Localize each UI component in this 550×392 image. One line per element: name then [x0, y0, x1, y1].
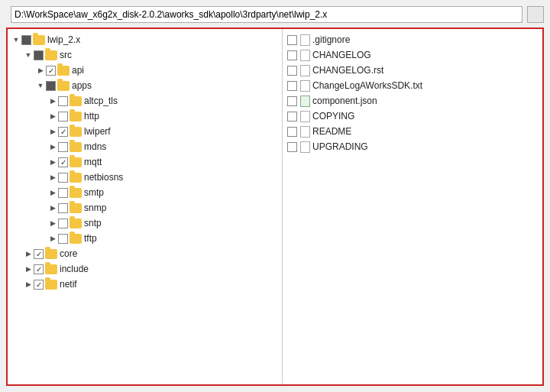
folder-icon [70, 96, 82, 106]
file-item-component_json[interactable]: component.json [284, 93, 541, 109]
tree-item-lwiperf[interactable]: lwiperf [9, 124, 280, 139]
folder-icon [57, 81, 70, 91]
checkbox-mdns[interactable] [58, 142, 68, 152]
tree-item-http[interactable]: http [9, 109, 280, 124]
checkbox-lwip_2x[interactable] [21, 35, 31, 45]
tree-item-label-mqtt: mqtt [84, 157, 102, 167]
file-label-copying: COPYING [312, 111, 354, 121]
checkbox-mqtt[interactable] [58, 157, 68, 167]
file-item-changelogaworks[interactable]: ChangeLogAWorksSDK.txt [284, 78, 541, 93]
tree-item-apps[interactable]: apps [9, 78, 280, 93]
browse-button[interactable] [527, 6, 544, 23]
tree-item-api[interactable]: api [9, 63, 280, 78]
checkbox-api[interactable] [46, 66, 56, 76]
folder-icon [70, 173, 82, 183]
file-item-gitignore[interactable]: .gitignore [284, 32, 541, 47]
folder-icon [57, 66, 70, 76]
text-file-icon [300, 50, 310, 61]
folder-icon [33, 35, 45, 45]
arrow-right-icon [47, 97, 58, 105]
json-file-icon [300, 96, 310, 107]
checkbox-http[interactable] [58, 112, 68, 121]
file-item-upgrading[interactable]: UPGRADING [284, 139, 541, 154]
file-label-component_json: component.json [312, 96, 377, 106]
file-item-changelog[interactable]: CHANGELOG [284, 47, 541, 63]
tree-item-core[interactable]: core [9, 246, 280, 261]
file-checkbox-component_json[interactable] [287, 96, 297, 106]
left-tree-pane: lwip_2.xsrcapiappsaltcp_tlshttplwiperfmd… [8, 29, 283, 384]
file-label-upgrading: UPGRADING [312, 141, 368, 152]
tree-item-tftp[interactable]: tftp [9, 231, 280, 246]
checkbox-smtp[interactable] [58, 188, 68, 198]
folder-icon [45, 50, 57, 60]
folder-icon [70, 112, 82, 121]
file-checkbox-gitignore[interactable] [287, 35, 297, 45]
tree-item-label-netif: netif [60, 279, 77, 290]
tree-item-label-tftp: tftp [84, 233, 97, 244]
arrow-right-icon [47, 189, 58, 196]
checkbox-sntp[interactable] [58, 219, 68, 228]
arrow-right-icon [47, 112, 58, 120]
tree-item-netif[interactable]: netif [9, 277, 280, 292]
arrow-right-icon [47, 204, 58, 212]
file-checkbox-upgrading[interactable] [287, 142, 297, 152]
tree-item-netbiosns[interactable]: netbiosns [9, 170, 280, 185]
checkbox-netbiosns[interactable] [58, 173, 68, 183]
text-file-icon [300, 65, 310, 76]
folder-icon [45, 249, 57, 259]
text-file-icon [300, 34, 310, 46]
folder-icon [70, 203, 82, 213]
tree-item-mqtt[interactable]: mqtt [9, 154, 280, 170]
main-panel: lwip_2.xsrcapiappsaltcp_tlshttplwiperfmd… [6, 28, 544, 386]
file-label-changelogaworks: ChangeLogAWorksSDK.txt [312, 80, 422, 91]
tree-item-label-http: http [84, 111, 99, 121]
checkbox-include[interactable] [34, 264, 44, 274]
checkbox-apps[interactable] [46, 81, 56, 91]
arrow-right-icon [35, 66, 46, 74]
tree-item-label-altcp_tls: altcp_tls [84, 96, 118, 106]
tree-item-mdns[interactable]: mdns [9, 139, 280, 154]
arrow-right-icon [47, 173, 58, 181]
checkbox-netif[interactable] [34, 280, 44, 290]
tree-item-label-core: core [60, 248, 77, 259]
arrow-right-icon [47, 219, 58, 227]
text-file-icon [300, 126, 310, 138]
tree-item-sntp[interactable]: sntp [9, 215, 280, 231]
tree-item-smtp[interactable]: smtp [9, 185, 280, 200]
checkbox-core[interactable] [34, 249, 44, 259]
text-file-icon [300, 111, 310, 122]
file-checkbox-changelogaworks[interactable] [287, 81, 297, 91]
tree-item-include[interactable]: include [9, 261, 280, 277]
file-item-changelog_rst[interactable]: CHANGELOG.rst [284, 63, 541, 78]
folder-icon [70, 142, 82, 152]
tree-item-label-mdns: mdns [84, 141, 106, 152]
text-file-icon [300, 141, 310, 153]
file-label-gitignore: .gitignore [312, 34, 350, 45]
folder-icon [70, 127, 82, 137]
tree-item-snmp[interactable]: snmp [9, 200, 280, 215]
file-checkbox-readme[interactable] [287, 127, 297, 137]
file-checkbox-changelog[interactable] [287, 50, 297, 60]
checkbox-tftp[interactable] [58, 234, 68, 244]
folder-icon [70, 219, 82, 228]
tree-item-altcp_tls[interactable]: altcp_tls [9, 93, 280, 109]
file-item-readme[interactable]: README [284, 124, 541, 139]
checkbox-snmp[interactable] [58, 203, 68, 213]
arrow-right-icon [47, 235, 58, 242]
checkbox-altcp_tls[interactable] [58, 96, 68, 106]
file-checkbox-copying[interactable] [287, 112, 297, 121]
arrow-right-icon [23, 280, 34, 288]
tree-item-label-api: api [72, 65, 84, 76]
checkbox-lwiperf[interactable] [58, 127, 68, 137]
file-item-copying[interactable]: COPYING [284, 109, 541, 124]
arrow-right-icon [23, 265, 34, 273]
toolbar [6, 6, 544, 23]
path-input[interactable] [11, 6, 522, 23]
tree-item-label-apps: apps [72, 80, 92, 91]
tree-item-src[interactable]: src [9, 47, 280, 63]
file-label-changelog: CHANGELOG [312, 50, 371, 60]
file-checkbox-changelog_rst[interactable] [287, 66, 297, 76]
tree-item-label-include: include [60, 264, 89, 274]
checkbox-src[interactable] [34, 50, 44, 60]
tree-item-lwip_2x[interactable]: lwip_2.x [9, 32, 280, 47]
